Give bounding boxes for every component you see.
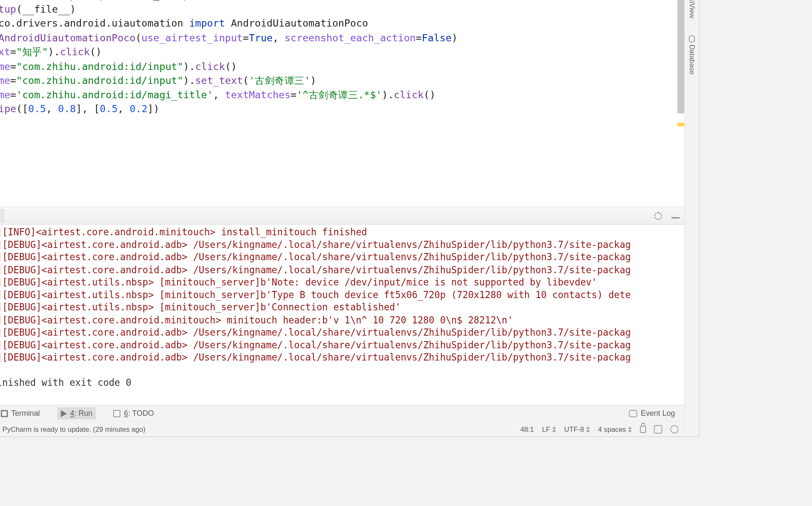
- readonly-lock-icon[interactable]: [640, 425, 646, 433]
- sciview-tool-tab[interactable]: SciView: [688, 0, 696, 18]
- status-message: IDE and Plugin Updates: PyCharm is ready…: [0, 425, 145, 433]
- caret-position[interactable]: 48:1: [520, 425, 534, 433]
- todo-tab[interactable]: 6: TODO: [110, 407, 158, 420]
- status-bar: IDE and Plugin Updates: PyCharm is ready…: [0, 421, 684, 436]
- bubble-icon: [629, 410, 637, 417]
- database-tool-tab[interactable]: Database: [688, 36, 696, 75]
- console-output[interactable]: [05:00:19][INFO]<airtest.core.android.mi…: [0, 225, 684, 405]
- scrollbar-thumb[interactable]: [678, 0, 685, 114]
- line-separator[interactable]: LF ‡: [542, 425, 556, 433]
- inspection-profile-icon[interactable]: [670, 425, 678, 433]
- terminal-icon: [1, 410, 8, 417]
- run-tab-bottom[interactable]: 4: Run: [57, 407, 96, 420]
- bottom-toolwindow-bar: Python Console Terminal 4: Run 6: TODO E…: [0, 405, 684, 421]
- database-icon: [689, 36, 695, 43]
- gear-icon[interactable]: [654, 212, 662, 220]
- memory-indicator-icon[interactable]: [654, 425, 662, 433]
- event-log-tab[interactable]: Event Log: [626, 407, 678, 420]
- minimize-panel-button[interactable]: [672, 217, 680, 218]
- file-encoding[interactable]: UTF-8 ‡: [564, 425, 590, 433]
- terminal-tab[interactable]: Terminal: [0, 407, 43, 420]
- right-toolwindow-bar: SciView Database: [684, 0, 699, 436]
- editor-scrollbar[interactable]: [678, 0, 685, 207]
- play-icon: [61, 410, 67, 417]
- run-tool-window: Run: ZhihuSpider ×: [0, 207, 684, 405]
- indent-config[interactable]: 4 spaces ‡: [598, 425, 632, 433]
- code-editor[interactable]: 12345678910111213 from airtest.core.api …: [0, 0, 684, 207]
- run-tab[interactable]: ZhihuSpider ×: [0, 209, 4, 223]
- list-icon: [113, 410, 121, 417]
- marker: [678, 123, 685, 126]
